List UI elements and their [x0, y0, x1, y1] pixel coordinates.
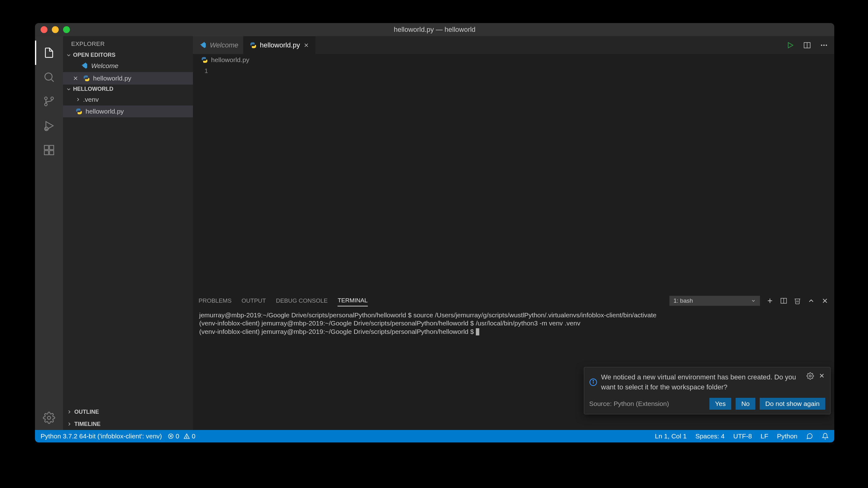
folder-venv[interactable]: .venv [63, 94, 193, 105]
notification-yes-button[interactable]: Yes [709, 398, 731, 410]
maximize-panel-icon[interactable] [807, 297, 815, 304]
outline-label: OUTLINE [74, 409, 99, 415]
chevron-right-icon [66, 421, 72, 427]
open-editor-helloworld[interactable]: helloworld.py [63, 72, 193, 85]
vscode-window: helloworld.py — helloworld [35, 23, 834, 443]
timeline-header[interactable]: TIMELINE [63, 418, 193, 430]
close-editor-icon[interactable] [72, 75, 80, 82]
error-icon [168, 433, 174, 439]
explorer-sidebar: EXPLORER OPEN EDITORS Welcome [63, 36, 193, 430]
python-icon [201, 57, 208, 63]
close-icon[interactable] [818, 372, 825, 379]
extensions-activity[interactable] [35, 138, 63, 162]
warning-count: 0 [192, 432, 195, 440]
svg-point-30 [593, 380, 594, 381]
gear-icon [43, 412, 55, 424]
bottom-panel: PROBLEMS OUTPUT DEBUG CONSOLE TERMINAL 1… [193, 293, 834, 430]
chevron-down-icon [66, 52, 72, 58]
svg-point-38 [186, 437, 187, 438]
problems-status[interactable]: 0 0 [168, 432, 195, 440]
status-bar: Python 3.7.2 64-bit ('infoblox-client': … [35, 430, 834, 443]
gear-icon[interactable] [806, 372, 814, 380]
explorer-activity[interactable] [35, 40, 63, 65]
notification-no-button[interactable]: No [736, 398, 755, 410]
python-interpreter-status[interactable]: Python 3.7.2 64-bit ('infoblox-client': … [40, 432, 162, 440]
minimize-window-button[interactable] [52, 26, 59, 33]
close-panel-icon[interactable] [821, 297, 829, 304]
feedback-status[interactable] [806, 433, 813, 440]
encoding-status[interactable]: UTF-8 [734, 432, 752, 440]
outline-header[interactable]: OUTLINE [63, 405, 193, 418]
chevron-right-icon [75, 96, 81, 103]
language-mode-status[interactable]: Python [777, 432, 798, 440]
window-title: helloworld.py — helloworld [394, 26, 475, 34]
main-body: EXPLORER OPEN EDITORS Welcome [35, 36, 834, 430]
svg-rect-8 [50, 145, 54, 150]
settings-activity[interactable] [35, 405, 63, 430]
workspace-header[interactable]: HELLOWORLD [63, 85, 193, 94]
debug-icon [43, 120, 55, 132]
tab-close-icon[interactable] [303, 42, 310, 48]
more-actions-icon[interactable] [820, 41, 828, 49]
file-helloworld[interactable]: helloworld.py [63, 105, 193, 117]
open-editor-label: helloworld.py [93, 74, 131, 82]
notification-never-button[interactable]: Do not show again [760, 398, 825, 410]
notification-source: Source: Python (Extension) [589, 400, 669, 408]
open-editors-header[interactable]: OPEN EDITORS [63, 51, 193, 60]
svg-rect-7 [44, 145, 49, 150]
panel-tab-terminal[interactable]: TERMINAL [338, 295, 368, 306]
search-icon [43, 71, 55, 83]
tab-label: helloworld.py [260, 41, 300, 49]
breadcrumb[interactable]: helloworld.py [193, 54, 834, 66]
window-controls [35, 26, 70, 33]
chevron-down-icon [751, 298, 756, 303]
terminal-selector-label: 1: bash [674, 297, 693, 304]
editor-area: Welcome helloworld.py [193, 36, 834, 430]
terminal-output[interactable]: jemurray@mbp-2019:~/Google Drive/scripts… [193, 308, 834, 430]
split-terminal-icon[interactable] [780, 297, 787, 304]
folder-label: .venv [83, 96, 99, 103]
panel-tab-output[interactable]: OUTPUT [242, 295, 266, 306]
svg-line-1 [52, 79, 54, 82]
run-icon[interactable] [786, 41, 794, 49]
svg-point-20 [823, 44, 825, 45]
new-terminal-icon[interactable] [766, 297, 774, 304]
vscode-icon [199, 41, 207, 49]
chevron-right-icon [66, 409, 72, 415]
panel-tab-debug-console[interactable]: DEBUG CONSOLE [276, 295, 328, 306]
chevron-down-icon [66, 86, 72, 92]
vscode-icon [81, 62, 88, 70]
tab-helloworld[interactable]: helloworld.py [244, 36, 315, 54]
eol-status[interactable]: LF [761, 432, 768, 440]
svg-point-11 [48, 416, 51, 419]
workspace-label: HELLOWORLD [73, 86, 113, 92]
terminal-line: (venv-infoblox-client) jemurray@mbp-2019… [199, 320, 581, 327]
svg-point-31 [809, 375, 811, 377]
bell-icon [822, 433, 829, 440]
code-area[interactable] [214, 66, 834, 293]
maximize-window-button[interactable] [63, 26, 70, 33]
panel-tab-problems[interactable]: PROBLEMS [198, 295, 232, 306]
svg-point-0 [45, 73, 52, 80]
svg-point-3 [45, 103, 47, 106]
tab-welcome[interactable]: Welcome [193, 36, 244, 54]
open-editor-label: Welcome [91, 62, 118, 70]
run-debug-activity[interactable] [35, 113, 63, 138]
terminal-cursor [476, 328, 479, 335]
close-window-button[interactable] [40, 26, 48, 33]
activity-bar [35, 36, 63, 430]
kill-terminal-icon[interactable] [794, 297, 801, 304]
panel-tabs: PROBLEMS OUTPUT DEBUG CONSOLE TERMINAL 1… [193, 293, 834, 308]
terminal-line: (venv-infoblox-client) jemurray@mbp-2019… [199, 328, 476, 335]
source-control-activity[interactable] [35, 89, 63, 113]
notifications-status[interactable] [822, 433, 829, 440]
split-editor-icon[interactable] [803, 41, 811, 49]
open-editor-welcome[interactable]: Welcome [63, 60, 193, 72]
cursor-position-status[interactable]: Ln 1, Col 1 [655, 432, 687, 440]
search-activity[interactable] [35, 65, 63, 89]
indentation-status[interactable]: Spaces: 4 [695, 432, 724, 440]
editor-body[interactable]: 1 [193, 66, 834, 293]
terminal-selector[interactable]: 1: bash [670, 296, 760, 306]
warning-icon [184, 433, 190, 439]
branch-icon [43, 95, 55, 108]
